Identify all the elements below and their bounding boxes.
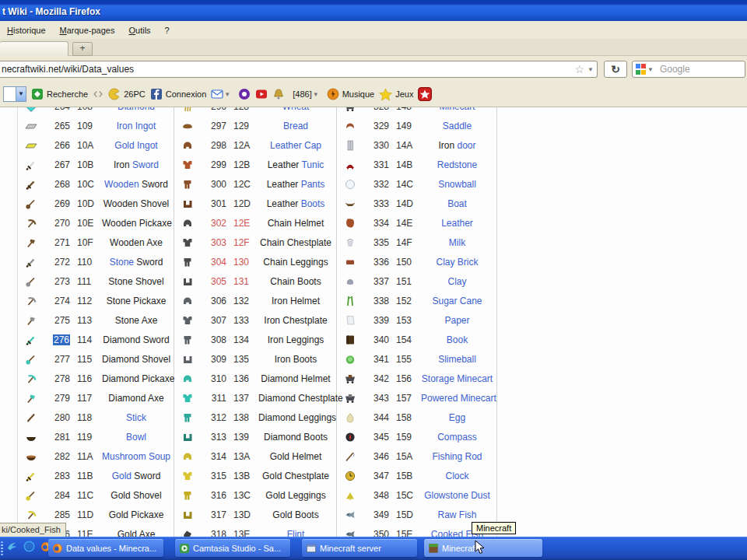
item-link[interactable]: Bread: [283, 121, 308, 131]
chevron-down-icon[interactable]: ▼: [223, 91, 233, 98]
item-link[interactable]: Saddle: [443, 121, 472, 131]
item-link[interactable]: Boots: [301, 198, 325, 209]
item-name: Gold Chestplate: [258, 471, 336, 481]
taskbar-button-camtasiastudiosa[interactable]: Camtasia Studio - Sa...: [175, 539, 290, 557]
taskbar-button-datavaluesminecra[interactable]: Data values - Minecra...: [48, 539, 163, 557]
purple-orb-icon[interactable]: [238, 88, 251, 100]
item-name: Iron Leggings: [258, 334, 336, 345]
toolbar-item-486[interactable]: [486]▼: [289, 89, 321, 99]
toolbar-item-26pc[interactable]: 26PC: [108, 88, 146, 100]
item-link[interactable]: Iron Ingot: [117, 121, 156, 131]
item-link[interactable]: Bowl: [126, 432, 146, 443]
url-text[interactable]: necraftwiki.net/wiki/Data_values: [0, 64, 573, 75]
item-link[interactable]: Egg: [449, 412, 465, 423]
menu-item-[interactable]: ?: [158, 23, 177, 37]
toolbar-item-recherche[interactable]: Recherche: [31, 88, 88, 100]
chevron-down-icon[interactable]: ▼: [16, 87, 26, 101]
menu-item-historique[interactable]: Historique: [0, 23, 53, 37]
urlbar-dropdown-icon[interactable]: ▼: [587, 66, 597, 73]
item-link[interactable]: Minecart: [439, 107, 475, 112]
item-link[interactable]: Mushroom Soup: [102, 451, 170, 462]
toolbar-item[interactable]: [418, 87, 432, 101]
item-id-hex: 116: [77, 373, 102, 384]
item-link[interactable]: Clay Brick: [436, 257, 478, 268]
item-id-hex: 132: [233, 296, 258, 306]
item-link[interactable]: Raw Fish: [437, 509, 476, 520]
item-id-hex: 11A: [77, 451, 102, 462]
item-id-hex: 118: [77, 412, 102, 423]
toolbar-item-musique[interactable]: Musique: [327, 88, 375, 100]
item-link[interactable]: Stone: [110, 257, 137, 268]
taskbar-button-minecraftserver[interactable]: Minecraft server: [302, 539, 417, 557]
item-link[interactable]: Glowstone Dust: [424, 490, 490, 501]
table-row: 33314DBoat: [337, 194, 496, 213]
item-name: Gold Pickaxe: [102, 509, 174, 520]
item-link[interactable]: Storage Minecart: [422, 373, 493, 384]
item-link[interactable]: door: [457, 140, 475, 151]
item-link[interactable]: Flint: [287, 529, 305, 537]
item-name: Gold Boots: [258, 509, 336, 520]
youtube-icon[interactable]: [255, 88, 268, 100]
item-link[interactable]: Stick: [126, 412, 146, 423]
toolbar-item[interactable]: [238, 88, 251, 100]
toolbar-combobox[interactable]: ▼: [3, 86, 26, 102]
bookmark-star-icon[interactable]: ☆: [573, 63, 587, 75]
item-link[interactable]: Redstone: [437, 159, 477, 170]
item-id-hex: 158: [396, 412, 421, 423]
toolbar-item-connexion[interactable]: Connexion: [150, 88, 207, 100]
star-icon[interactable]: [379, 88, 392, 101]
item-link[interactable]: Boat: [447, 198, 467, 209]
facebook-icon[interactable]: [150, 88, 163, 100]
menu-item-marquepages[interactable]: Marque-pages: [53, 23, 122, 37]
item-link[interactable]: Powered Minecart: [421, 393, 496, 404]
item-link[interactable]: Slimeball: [438, 354, 476, 365]
item-link[interactable]: Sword: [132, 159, 159, 170]
green-plus-icon[interactable]: [31, 88, 44, 100]
item-link[interactable]: Paper: [444, 315, 469, 326]
item-link[interactable]: Snowball: [438, 179, 476, 190]
toolbar-item[interactable]: [93, 89, 103, 100]
item-link[interactable]: Milk: [449, 237, 465, 248]
gold-pac-icon[interactable]: [108, 88, 121, 100]
mail-icon[interactable]: [211, 88, 223, 100]
menu-item-outils[interactable]: Outils: [121, 23, 157, 37]
new-tab-button[interactable]: +: [72, 42, 93, 56]
item-link[interactable]: Book: [447, 334, 468, 345]
item-link[interactable]: Pants: [301, 179, 325, 190]
item-link[interactable]: Clock: [445, 471, 468, 481]
item-link[interactable]: Wheat: [282, 107, 310, 112]
item-link[interactable]: Gold Ingot: [114, 140, 157, 151]
item-id-hex: 152: [396, 296, 421, 306]
search-box[interactable]: ▼ Google: [632, 61, 745, 78]
item-link[interactable]: Fishing Rod: [432, 451, 482, 462]
item-id-hex: 119: [77, 432, 102, 443]
taskbar-button-label: Minecraft: [442, 544, 477, 553]
item-link[interactable]: Compass: [437, 432, 477, 443]
item-link[interactable]: Leather Cap: [270, 140, 321, 151]
toolbar-item[interactable]: ▼: [211, 88, 233, 100]
nav-arrows-icon[interactable]: [93, 89, 103, 100]
item-link[interactable]: Gold: [112, 471, 135, 481]
item-link[interactable]: Clay: [447, 276, 466, 287]
item-link[interactable]: Diamond: [117, 107, 155, 112]
orange-orb-icon[interactable]: [327, 88, 339, 100]
toolbar-item-jeux[interactable]: Jeux: [379, 88, 413, 101]
quick-launch-app-icon[interactable]: [6, 541, 18, 552]
internet-explorer-icon[interactable]: [23, 541, 35, 552]
window-titlebar[interactable]: t Wiki - Mozilla Firefox: [0, 0, 747, 21]
toolbar-item[interactable]: [272, 88, 285, 100]
search-engine-dropdown-icon[interactable]: ▼: [647, 66, 657, 73]
gold-bell-icon[interactable]: [272, 88, 285, 100]
chevron-down-icon[interactable]: ▼: [312, 91, 322, 98]
reload-button[interactable]: ↻: [604, 61, 627, 78]
red-star-app-icon[interactable]: [418, 87, 432, 101]
item-link[interactable]: Sugar Cane: [432, 296, 482, 306]
item-link[interactable]: Tunic: [301, 159, 324, 170]
item-text: Chain Helmet: [268, 218, 324, 229]
item-link[interactable]: Wooden: [104, 179, 142, 190]
address-bar[interactable]: necraftwiki.net/wiki/Data_values ☆ ▼: [0, 61, 598, 78]
active-tab[interactable]: [0, 41, 68, 56]
toolbar-item[interactable]: [255, 88, 268, 100]
item-link[interactable]: Leather: [441, 218, 473, 229]
item-name: Iron Ingot: [102, 121, 174, 131]
